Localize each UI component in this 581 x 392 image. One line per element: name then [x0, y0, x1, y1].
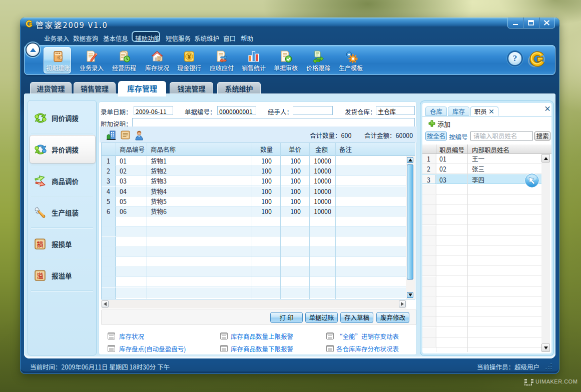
svg-text:溢: 溢: [37, 270, 43, 280]
svg-text:损: 损: [37, 239, 43, 248]
